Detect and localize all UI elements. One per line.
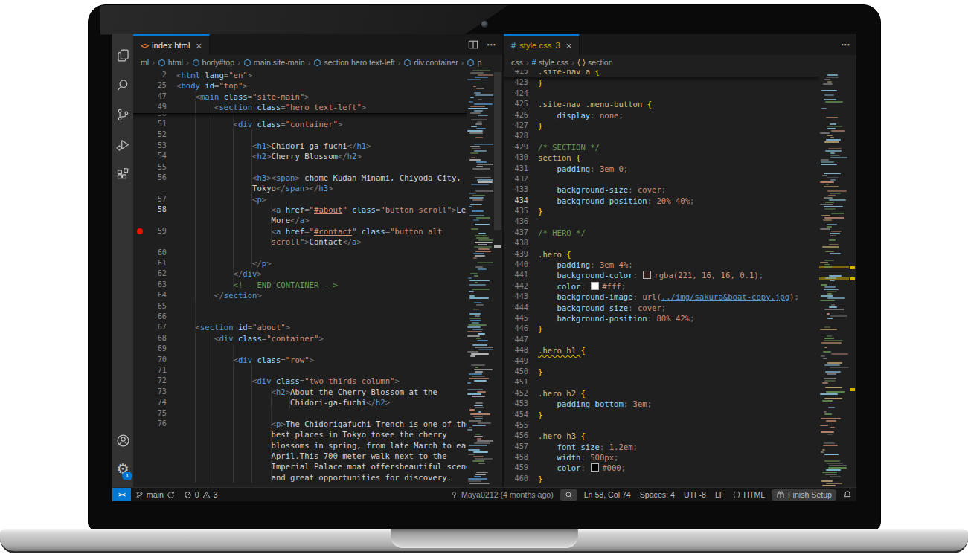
- line-number: 424: [504, 88, 538, 99]
- code-line: 437/* HERO */: [504, 228, 819, 238]
- sidebar-item-explorer[interactable]: [112, 40, 133, 70]
- status-zoom-control[interactable]: [560, 489, 577, 501]
- breadcrumb-item[interactable]: html: [158, 58, 183, 67]
- status-notifications[interactable]: [839, 488, 856, 501]
- minimap[interactable]: [819, 70, 849, 487]
- code-line: 69: [133, 344, 467, 354]
- code-line: 456.hero h3 {: [504, 431, 819, 441]
- line-number: 438: [504, 238, 538, 248]
- webcam: [481, 21, 488, 28]
- line-number: [133, 236, 176, 247]
- code-editor-html[interactable]: 2<html lang="en">25<body id="top">47<mai…: [133, 70, 502, 487]
- line-number: 457: [504, 442, 538, 452]
- status-cursor-position[interactable]: Ln 58, Col 74: [580, 488, 635, 501]
- code-line: 453padding-bottom: 3em;: [504, 399, 819, 409]
- status-eol[interactable]: LF: [711, 488, 728, 501]
- laptop-screen: ⚙1 <> index.html × ⋯: [112, 34, 856, 501]
- breadcrumb-item[interactable]: #style.css: [532, 58, 569, 67]
- status-git-branch[interactable]: main: [131, 488, 179, 501]
- line-number: 449: [504, 356, 538, 367]
- tab-index-html[interactable]: <> index.html ×: [133, 34, 210, 55]
- status-indentation[interactable]: Spaces: 4: [635, 488, 679, 501]
- code-line: 56<h3><span> chome Kudan Minami, Chiyoda…: [133, 173, 467, 183]
- sidebar-item-extensions[interactable]: [112, 159, 133, 189]
- line-number: 444: [504, 303, 538, 313]
- color-swatch[interactable]: [591, 463, 599, 472]
- code-line: 52: [133, 129, 467, 140]
- status-language-mode[interactable]: HTML: [728, 488, 769, 501]
- overview-ruler[interactable]: [849, 70, 856, 487]
- line-number: 70: [133, 355, 176, 365]
- code-line: 455: [504, 420, 819, 431]
- breadcrumb-item[interactable]: body#top: [192, 58, 235, 67]
- code-line: 73<h2>About the Cherry Blossom at the: [133, 387, 467, 397]
- breadcrumb-item[interactable]: section.hero.text-left: [313, 58, 394, 67]
- sidebar-item-settings[interactable]: ⚙1: [112, 454, 133, 483]
- sidebar-item-account[interactable]: [112, 426, 133, 454]
- breadcrumb-item[interactable]: main.site-main: [243, 58, 305, 67]
- minimap[interactable]: [467, 70, 493, 487]
- line-number: 58: [133, 205, 176, 215]
- split-editor-icon[interactable]: [468, 39, 478, 50]
- code-line: 424: [504, 88, 819, 99]
- color-swatch[interactable]: [643, 271, 651, 279]
- status-encoding[interactable]: UTF-8: [679, 488, 711, 501]
- breadcrumb-item[interactable]: ml: [141, 58, 149, 67]
- overview-cursor-mark: [494, 245, 501, 248]
- breadcrumb-item[interactable]: section: [577, 58, 613, 67]
- code-line: 75: [133, 408, 467, 419]
- line-number: 2: [133, 70, 176, 80]
- code-line: 71: [133, 365, 467, 376]
- color-swatch[interactable]: [591, 282, 599, 290]
- breadcrumb-item[interactable]: css: [511, 58, 523, 67]
- status-remote-indicator[interactable]: ><: [112, 488, 131, 501]
- code-line: best places in Tokyo tosee the cherry: [133, 429, 467, 440]
- code-line: blossoms in spring, from late March to e…: [133, 440, 467, 451]
- line-number: 60: [133, 248, 176, 258]
- tab-label: style.css: [519, 41, 551, 50]
- extensions-icon: [115, 167, 131, 182]
- scrollbar[interactable]: [493, 70, 502, 487]
- line-number: 56: [133, 173, 176, 183]
- sidebar-item-run-debug[interactable]: [112, 129, 133, 159]
- sticky-scroll: 2<html lang="en">25<body id="top">47<mai…: [133, 70, 467, 114]
- line-number: 54: [133, 151, 176, 161]
- code-line: 435}: [504, 206, 819, 216]
- line-number: 67: [133, 322, 176, 332]
- tab-style-css[interactable]: # style.css 3 ×: [504, 34, 580, 55]
- status-blame[interactable]: Maya0212 (4 months ago): [446, 488, 558, 501]
- code-line: 72<div class="two-thirds column">: [133, 376, 467, 386]
- code-line: 434background-position: 20% 40%;: [504, 196, 819, 206]
- code-line: and great opportunities for discovery.: [133, 472, 467, 483]
- minimap-warning-highlight: [819, 266, 849, 268]
- close-icon[interactable]: ×: [566, 41, 572, 51]
- code-line: 427}: [504, 120, 819, 131]
- sidebar-item-source-control[interactable]: [112, 100, 133, 129]
- line-number: 75: [133, 408, 176, 419]
- code-line: 440padding: 3em 4%;: [504, 260, 819, 270]
- line-number: 423: [504, 77, 538, 88]
- code-line: 47<main class="site-main">: [133, 91, 467, 102]
- scrollbar-slider[interactable]: [494, 72, 501, 230]
- line-number: 61: [133, 258, 176, 268]
- line-number: 431: [504, 164, 538, 174]
- breakpoint-dot[interactable]: [137, 228, 143, 234]
- breadcrumb-item[interactable]: p: [467, 58, 481, 67]
- line-number: 435: [504, 206, 538, 216]
- status-problems[interactable]: 03: [179, 488, 222, 501]
- sidebar-item-search[interactable]: [112, 70, 133, 100]
- code-line: Tokyo</span></h3>: [133, 183, 467, 193]
- breadcrumb-item[interactable]: div.container: [403, 58, 458, 67]
- more-actions-icon[interactable]: ⋯: [841, 40, 850, 49]
- line-number: 442: [504, 281, 538, 292]
- code-editor-css[interactable]: 419.site-nav a { 423}424425.site-nav .me…: [504, 70, 856, 487]
- chevron-right-icon: ›: [526, 58, 529, 67]
- symbol-icon: [243, 59, 251, 67]
- code-line: 443background-image: url(../img/sakura&b…: [504, 292, 819, 302]
- activity-bar: ⚙1: [112, 34, 133, 487]
- more-actions-icon[interactable]: ⋯: [487, 40, 496, 49]
- status-finish-setup[interactable]: Finish Setup: [772, 489, 836, 501]
- code-line: 454}: [504, 410, 819, 420]
- close-icon[interactable]: ×: [196, 41, 202, 51]
- code-line: 2<html lang="en">: [133, 70, 467, 80]
